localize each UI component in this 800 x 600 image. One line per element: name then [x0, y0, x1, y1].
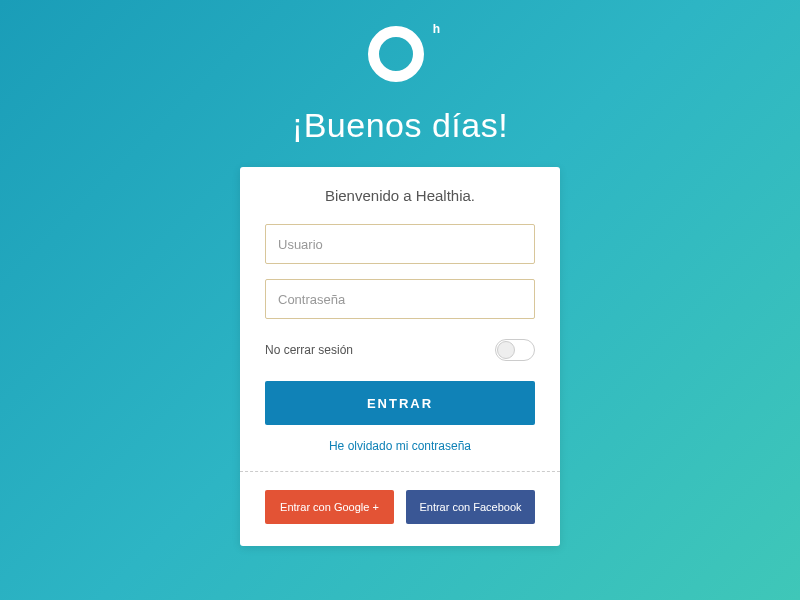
logo-circle-icon — [368, 26, 424, 82]
google-login-button[interactable]: Entrar con Google + — [265, 490, 394, 524]
divider — [240, 471, 560, 472]
greeting-heading: ¡Buenos días! — [292, 106, 508, 145]
forgot-password-link[interactable]: He olvidado mi contraseña — [265, 439, 535, 453]
social-row: Entrar con Google + Entrar con Facebook — [265, 490, 535, 524]
facebook-login-button[interactable]: Entrar con Facebook — [406, 490, 535, 524]
username-input[interactable] — [265, 224, 535, 264]
remember-label: No cerrar sesión — [265, 343, 353, 357]
logo-superscript: h — [433, 22, 440, 36]
toggle-knob-icon — [497, 341, 515, 359]
login-button[interactable]: ENTRAR — [265, 381, 535, 425]
logo: h — [368, 22, 432, 86]
remember-toggle[interactable] — [495, 339, 535, 361]
password-input[interactable] — [265, 279, 535, 319]
login-card: Bienvenido a Healthia. No cerrar sesión … — [240, 167, 560, 546]
logo-area: h ¡Buenos días! — [292, 22, 508, 145]
remember-row: No cerrar sesión — [265, 339, 535, 361]
welcome-text: Bienvenido a Healthia. — [265, 187, 535, 204]
